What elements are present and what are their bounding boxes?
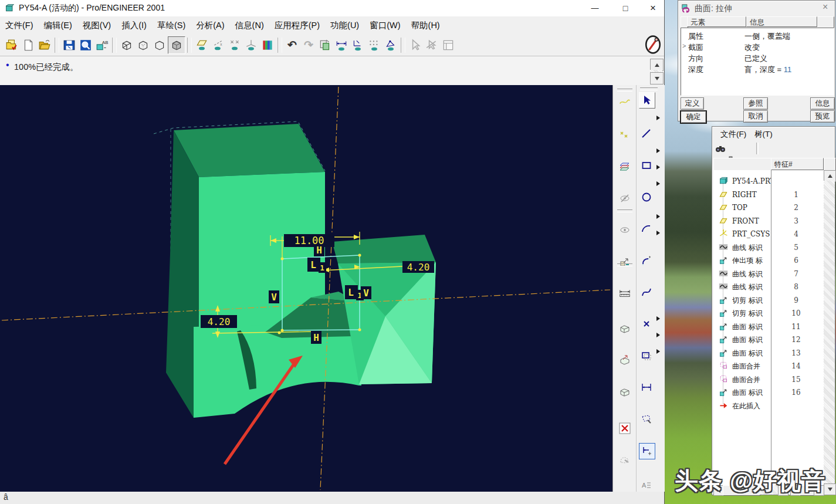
measure-icon[interactable] xyxy=(617,285,632,300)
flyout-arrow[interactable] xyxy=(656,116,660,120)
tree-row-surface[interactable]: 曲面 标识13 xyxy=(713,347,824,360)
ok-button[interactable]: 确定 xyxy=(680,110,707,124)
circle-tool-icon[interactable] xyxy=(639,190,654,205)
find-icon[interactable] xyxy=(714,142,727,155)
datum-planes-icon[interactable] xyxy=(617,159,632,174)
feature-preview-icon[interactable] xyxy=(617,254,632,269)
vertex-toggle-icon[interactable] xyxy=(383,37,399,53)
dimension-active-tool-icon[interactable] xyxy=(639,443,655,459)
spectrum-icon[interactable] xyxy=(259,37,276,53)
menu-help[interactable]: 帮助(H) xyxy=(406,16,445,34)
tree-row-right[interactable]: RIGHT1 xyxy=(713,188,824,201)
redo-icon[interactable]: ↷ xyxy=(300,37,317,53)
flyout-arrow[interactable] xyxy=(656,349,660,354)
rectangle-tool-icon[interactable] xyxy=(639,158,654,173)
flyout-arrow[interactable] xyxy=(656,165,660,170)
graphics-viewport[interactable]: 11.00 4.20 4.20 H xyxy=(0,85,612,492)
datum-plane-toggle-icon[interactable] xyxy=(194,37,210,53)
flyout-arrow[interactable] xyxy=(656,316,660,321)
tree-row-protrusion[interactable]: 伸出项 标6 xyxy=(713,254,824,267)
tree-scroll-track[interactable] xyxy=(824,181,835,483)
flyout-arrow[interactable] xyxy=(656,231,660,235)
hidden-line-icon[interactable] xyxy=(135,37,151,53)
tree-row-surface[interactable]: 曲面 标识12 xyxy=(713,333,824,346)
message-scroll-down[interactable] xyxy=(650,72,664,84)
menu-window[interactable]: 窗口(W) xyxy=(364,16,405,34)
no-hidden-icon[interactable] xyxy=(151,37,168,53)
datum-csys-toggle-icon[interactable] xyxy=(243,37,259,53)
save-view-icon[interactable] xyxy=(61,37,77,53)
tree-menu-tree[interactable]: 树(T) xyxy=(754,129,773,140)
minimize-button[interactable]: — xyxy=(582,0,608,16)
tree-row-surface[interactable]: 曲面 标识11 xyxy=(713,320,824,333)
tree-row-part[interactable]: PY54-A.PRT xyxy=(713,175,824,188)
menu-info[interactable]: 信息(N) xyxy=(230,16,269,34)
tree-row-surface[interactable]: 曲面 标识16 xyxy=(713,386,824,399)
close-red-x-icon[interactable] xyxy=(617,421,632,436)
line-tool-icon[interactable] xyxy=(639,126,654,141)
preview-button[interactable]: 预览 xyxy=(810,110,835,123)
dimension-toggle-icon[interactable] xyxy=(333,37,350,53)
new-file-icon[interactable] xyxy=(20,37,36,53)
flyout-arrow[interactable] xyxy=(656,333,660,337)
open-icon[interactable] xyxy=(36,37,53,53)
datum-axis-toggle-icon[interactable]: x xyxy=(210,37,226,53)
dimension-tool-icon[interactable] xyxy=(639,380,654,395)
spline-tool-icon[interactable] xyxy=(639,285,654,300)
point-tool-icon[interactable] xyxy=(639,316,654,332)
menu-insert[interactable]: 插入(I) xyxy=(116,16,152,34)
tree-row-cut[interactable]: 切剪 标识10 xyxy=(713,307,824,320)
tree-row-cut[interactable]: 切剪 标识9 xyxy=(713,294,824,307)
preview-icon[interactable] xyxy=(77,37,94,53)
info-button[interactable]: 信息 xyxy=(810,97,835,110)
select-arrow-icon[interactable] xyxy=(639,92,655,109)
menu-sketch[interactable]: 草绘(S) xyxy=(152,16,191,34)
menu-view[interactable]: 视图(V) xyxy=(77,16,116,34)
offset-rect-tool-icon[interactable] xyxy=(639,348,654,363)
tree-row-insert-here[interactable]: 在此插入 xyxy=(713,400,824,412)
flyout-arrow[interactable] xyxy=(656,214,660,219)
tree-menu-file[interactable]: 文件(F) xyxy=(720,129,746,140)
flyout-arrow[interactable] xyxy=(656,181,660,186)
menu-utilities[interactable]: 功能(U) xyxy=(325,16,364,34)
menu-analysis[interactable]: 分析(A) xyxy=(191,16,229,34)
undo-icon[interactable]: ↶ xyxy=(284,37,300,53)
tree-row-curve[interactable]: 曲线 标识7 xyxy=(713,268,824,280)
define-button[interactable]: 定义 xyxy=(681,97,704,110)
tree-row-csys[interactable]: PRT_CSYS4 xyxy=(713,228,824,241)
close-button[interactable]: × xyxy=(642,0,664,16)
cube-b-icon[interactable] xyxy=(617,384,632,400)
tree-row-merge[interactable]: 曲面合并15 xyxy=(713,373,824,386)
tree-scroll-up[interactable] xyxy=(824,170,836,182)
tree-row-front[interactable]: FRONT3 xyxy=(713,215,824,228)
menu-applications[interactable]: 应用程序(P) xyxy=(269,16,325,34)
shaded-icon[interactable] xyxy=(168,36,185,54)
menu-file[interactable]: 文件(F) xyxy=(0,16,39,34)
wireframe-icon[interactable] xyxy=(119,37,135,53)
points-icon[interactable] xyxy=(617,127,632,143)
cube-arrow-icon[interactable] xyxy=(617,353,632,368)
refs-button[interactable]: 参照 xyxy=(743,97,768,110)
tree-row-top[interactable]: TOP2 xyxy=(713,201,824,214)
new-window-icon[interactable] xyxy=(4,37,20,53)
rename-ab-icon[interactable]: AB xyxy=(94,37,110,53)
constraint-toggle-icon[interactable] xyxy=(350,37,366,53)
paste-special-icon[interactable] xyxy=(317,37,333,53)
cube-a-icon[interactable] xyxy=(617,321,632,336)
tree-row-curve[interactable]: 曲线 标识8 xyxy=(713,280,824,293)
curve-icon[interactable] xyxy=(617,94,632,110)
maximize-button[interactable]: □ xyxy=(612,0,638,16)
tree-body[interactable]: PY54-A.PRT RIGHT1 TOP2 FRONT3 PRT_CSYS4 … xyxy=(713,170,824,495)
tree-row-merge[interactable]: 曲面合并14 xyxy=(713,360,824,373)
boundary-poly-tool-icon[interactable] xyxy=(639,411,654,427)
tree-row-curve[interactable]: 曲线 标识5 xyxy=(713,241,824,254)
fillet-tool-icon[interactable] xyxy=(639,253,654,268)
element-list[interactable]: 属性 一侧，覆盖端 > 截面 改变 方向 已定义 深度 盲，深度 = 11 xyxy=(681,28,834,96)
grid-toggle-icon[interactable] xyxy=(366,37,383,53)
datum-point-toggle-icon[interactable] xyxy=(226,37,243,53)
message-scroll-up[interactable] xyxy=(650,59,664,71)
cancel-button[interactable]: 取消 xyxy=(743,110,768,123)
show-icon[interactable] xyxy=(617,222,632,238)
dialog-close-icon[interactable]: × xyxy=(823,2,828,12)
arc-tool-icon[interactable] xyxy=(639,221,654,236)
